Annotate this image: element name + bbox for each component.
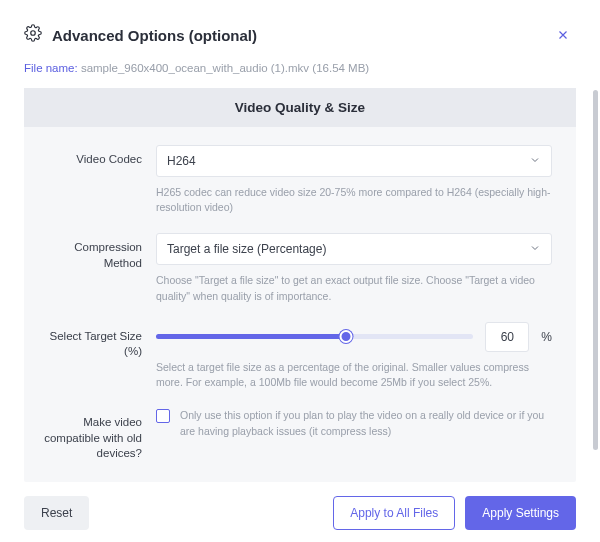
file-name-value: sample_960x400_ocean_with_audio (1).mkv …	[81, 62, 369, 74]
close-button[interactable]	[550, 22, 576, 48]
chevron-down-icon	[529, 154, 541, 169]
apply-all-button[interactable]: Apply to All Files	[333, 496, 455, 530]
percent-sign: %	[541, 330, 552, 344]
slider-track-fill	[156, 334, 346, 339]
advanced-options-modal: Advanced Options (optional) File name: s…	[0, 0, 600, 542]
modal-title: Advanced Options (optional)	[52, 27, 257, 44]
target-size-label: Select Target Size (%)	[38, 322, 156, 390]
compression-method-select[interactable]: Target a file size (Percentage)	[156, 233, 552, 265]
target-size-row: Select Target Size (%) % Select a target…	[38, 322, 552, 390]
header-left: Advanced Options (optional)	[24, 24, 257, 46]
target-size-input[interactable]	[485, 322, 529, 352]
form-body: Video Codec H264 H265 codec can reduce v…	[24, 127, 576, 462]
target-size-slider[interactable]	[156, 322, 473, 352]
modal-header: Advanced Options (optional)	[24, 22, 576, 48]
file-name-label: File name:	[24, 62, 78, 74]
svg-point-0	[31, 31, 36, 36]
slider-thumb[interactable]	[340, 330, 353, 343]
reset-button[interactable]: Reset	[24, 496, 89, 530]
target-size-help: Select a target file size as a percentag…	[156, 360, 552, 390]
video-codec-help: H265 codec can reduce video size 20-75% …	[156, 185, 552, 215]
scrollbar[interactable]	[593, 90, 598, 450]
compression-method-help: Choose "Target a file size" to get an ex…	[156, 273, 552, 303]
compression-method-value: Target a file size (Percentage)	[167, 242, 326, 256]
video-quality-panel: Video Quality & Size Video Codec H264 H2…	[24, 88, 576, 482]
video-codec-value: H264	[167, 154, 196, 168]
video-codec-select[interactable]: H264	[156, 145, 552, 177]
video-codec-label: Video Codec	[38, 145, 156, 215]
compression-method-label: Compression Method	[38, 233, 156, 303]
apply-settings-button[interactable]: Apply Settings	[465, 496, 576, 530]
compression-method-row: Compression Method Target a file size (P…	[38, 233, 552, 303]
video-codec-row: Video Codec H264 H265 codec can reduce v…	[38, 145, 552, 215]
panel-title: Video Quality & Size	[24, 88, 576, 127]
gear-icon	[24, 24, 42, 46]
compat-help: Only use this option if you plan to play…	[180, 408, 552, 438]
file-name-row: File name: sample_960x400_ocean_with_aud…	[24, 62, 576, 74]
chevron-down-icon	[529, 242, 541, 257]
compat-row: Make video compatible with old devices? …	[38, 408, 552, 462]
modal-footer: Reset Apply to All Files Apply Settings	[24, 496, 576, 530]
compat-checkbox[interactable]	[156, 409, 170, 423]
compat-label: Make video compatible with old devices?	[38, 408, 156, 462]
